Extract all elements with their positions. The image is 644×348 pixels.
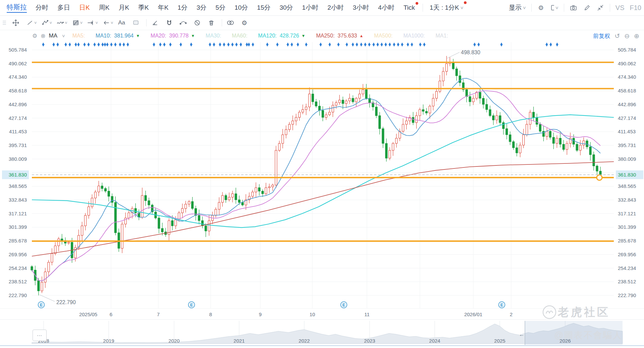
reset-zoom-icon[interactable]: ↺ [614, 32, 620, 40]
ma-legend-item[interactable]: MA120:428.726▼ [258, 33, 306, 39]
chart-style-icon[interactable]: ˅ [550, 4, 558, 12]
navigator-year-label: 2025 [494, 338, 505, 344]
curve-tool-icon[interactable] [177, 18, 189, 28]
fib-grid-icon[interactable] [70, 18, 82, 28]
screenshot-icon[interactable] [570, 4, 578, 12]
zoom-in-icon[interactable]: ⊕ [634, 32, 639, 40]
ma-legend-item[interactable]: MA500: [374, 33, 392, 39]
timeframe-tab[interactable]: 周K [99, 3, 110, 12]
fib-grid-dropdown[interactable]: ˅ [80, 20, 83, 25]
timeframe-tab[interactable]: 10分 [234, 3, 248, 12]
extend-line-icon[interactable] [85, 18, 97, 28]
navigator-more-button[interactable]: ... [33, 330, 47, 341]
timeframe-tab[interactable]: 季K [138, 3, 149, 12]
ma-legend-item[interactable]: MA20:390.778▼ [151, 33, 195, 39]
chart-settings-icon[interactable]: ⚙ [537, 4, 545, 12]
polyline-icon[interactable] [40, 18, 51, 28]
compare-overlay-icon[interactable] [225, 18, 236, 28]
timeframe-tab[interactable]: 2小时 [327, 3, 344, 12]
delete-drawings-icon[interactable] [206, 18, 217, 28]
candlestick-chart[interactable]: 498.830222.790505.784505.784490.062490.0… [0, 0, 644, 348]
notification-dot [464, 1, 467, 4]
event-diamond-markers[interactable] [42, 43, 558, 47]
indicator-remove-icon[interactable]: ⊗ [41, 32, 45, 40]
timeframe-tab[interactable]: 日K [79, 3, 90, 12]
zoom-out-icon[interactable]: ⊖ [624, 32, 630, 40]
trend-line-icon[interactable] [24, 18, 36, 28]
navigator-year-label: 2026 [559, 338, 571, 344]
y-axis-label-left: 348.565 [9, 183, 27, 189]
polyline-dropdown[interactable]: ˅ [50, 20, 52, 25]
vs-button[interactable]: VS [615, 4, 625, 12]
earnings-badge[interactable]: E [341, 302, 347, 308]
timeframe-tab[interactable]: 30分 [279, 3, 293, 12]
y-axis-label-left: 458.618 [9, 88, 27, 93]
ma-legend-item[interactable]: MA10:381.964▼ [96, 33, 140, 39]
timeframe-tab[interactable]: 分时 [36, 3, 48, 12]
ma-label: MA20: [151, 33, 166, 39]
text-tool-icon[interactable]: Aa [116, 18, 127, 28]
ma-legend-item[interactable]: MA30: [206, 33, 221, 39]
ma-legend-item[interactable]: MA5: [72, 33, 85, 39]
svg-text:E: E [40, 303, 43, 307]
timeframe-tab[interactable]: 1分 [177, 3, 187, 12]
note-tool-icon[interactable] [130, 18, 142, 28]
timeframe-tab[interactable]: Tick [404, 4, 415, 11]
timeframe-tab[interactable]: 1小时 [302, 3, 319, 12]
indicator-name[interactable]: MA [49, 32, 58, 39]
indicator-settings-icon[interactable]: ⚙ [32, 32, 37, 40]
y-axis-label-right: 411.453 [618, 129, 636, 134]
ma-legend-item[interactable]: MA1: [436, 33, 448, 39]
f10-button[interactable]: F10 [630, 4, 641, 12]
navigator-selection[interactable] [525, 321, 623, 345]
arrow-left-icon[interactable] [101, 18, 112, 28]
adjust-mode-button[interactable]: 前复权 [593, 32, 610, 40]
timeframe-tab[interactable]: 5分 [216, 3, 226, 12]
timeframe-tab[interactable]: 年K [158, 3, 169, 12]
wave-tool-dropdown[interactable]: ˅ [65, 20, 67, 25]
candlesticks[interactable] [31, 56, 601, 295]
timeframe-tab[interactable]: 15分 [257, 3, 270, 12]
trend-line-dropdown[interactable]: ˅ [34, 20, 37, 25]
ma-label: MA1: [436, 33, 448, 39]
ma-value: 381.964 [114, 33, 133, 39]
top-toolbar: 特斯拉 分时多日日K周K月K季K年K1分3分5分10分15分30分1小时2小时3… [0, 0, 644, 16]
stock-name[interactable]: 特斯拉 [7, 3, 27, 13]
timeframe-tab[interactable]: 3小时 [353, 3, 369, 12]
timeframe-tab[interactable]: 3分 [197, 3, 207, 12]
arrow-left-dropdown[interactable]: ˅ [111, 20, 113, 25]
ma-legend-item[interactable]: MA1000: [403, 33, 425, 39]
ma-legend-item[interactable]: MA250:375.633▲ [316, 33, 363, 39]
earnings-badge[interactable]: E [38, 302, 45, 308]
crosshair-move-icon[interactable] [10, 18, 21, 28]
timeframe-tab[interactable]: 4小时 [378, 3, 394, 12]
display-menu[interactable]: 显示˅ [509, 3, 526, 12]
indicator-dropdown-icon[interactable]: ˅ [62, 33, 65, 39]
navigator-year-label: 2024 [429, 338, 440, 344]
draw-settings-icon[interactable]: ⚙ [239, 18, 250, 28]
y-axis-label-left: 427.174 [9, 115, 27, 121]
navigator-handle-icon[interactable]: ← [519, 331, 525, 338]
earnings-badge[interactable]: E [499, 302, 505, 308]
wave-tool-icon[interactable] [55, 18, 66, 28]
x-axis-label: 9 [259, 311, 262, 317]
x-axis-label: 8 [209, 311, 212, 317]
y-axis-label-left: 490.062 [9, 61, 27, 66]
ma-value: 390.778 [169, 33, 189, 39]
draw-icon[interactable] [583, 4, 591, 12]
angle-tool-icon[interactable] [149, 18, 161, 28]
y-axis-label-right: 317.121 [618, 211, 636, 216]
timeframe-tab[interactable]: 月K [118, 3, 129, 12]
hide-drawings-icon[interactable] [192, 18, 203, 28]
extend-line-dropdown[interactable]: ˅ [95, 20, 98, 25]
period-combo-selector[interactable]: 1天 : 1分K˅ [430, 3, 463, 12]
toolbar-drag-handle[interactable] [1, 21, 7, 25]
earnings-badge[interactable]: E [189, 302, 195, 308]
timeframe-tab[interactable]: 多日 [57, 3, 70, 12]
collapse-icon[interactable] [596, 4, 604, 12]
magnet-icon[interactable] [163, 18, 175, 28]
x-axis-label: 6 [110, 311, 112, 317]
ma-value: 375.633 [338, 33, 357, 39]
ma-legend-item[interactable]: MA60: [232, 33, 247, 39]
line-handle[interactable] [597, 175, 602, 180]
